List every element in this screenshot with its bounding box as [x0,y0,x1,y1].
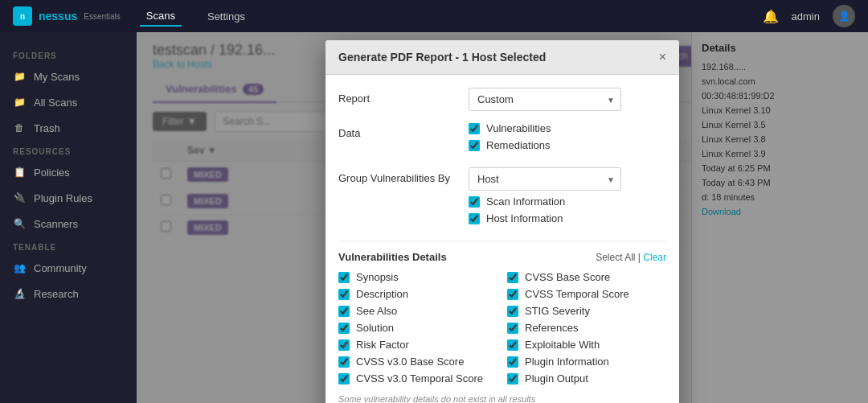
clear-link[interactable]: Clear [643,252,666,263]
group-label: Group Vulnerabilities By [338,167,459,184]
cvss-base-label: CVSS v3.0 Base Score [356,356,464,368]
content-area: testscan / 192.16... Back to Hosts Launc… [137,32,868,403]
references-label: References [525,322,578,334]
description-checkbox-row: Description [338,288,497,300]
sidebar: FOLDERS 📁 My Scans 📁 All Scans 🗑 Trash R… [0,32,137,403]
risk-factor-checkbox-row: Risk Factor [338,339,497,351]
data-vuln-checkbox-row: Vulnerabilities [469,122,666,134]
group-select[interactable]: Host Plugin Severity [469,167,621,191]
cvss-base-checkbox[interactable] [338,356,350,368]
nav-scans[interactable]: Scans [140,6,182,27]
group-row: Group Vulnerabilities By Host Plugin Sev… [338,167,666,191]
vuln-details-section: Vulnerabilities Details Select All | Cle… [338,241,666,403]
exploitable-with-label: Exploitable With [525,339,600,351]
risk-factor-checkbox[interactable] [338,339,350,351]
cvss-temporal-score-checkbox-row: CVSS Temporal Score [507,288,666,300]
sidebar-item-label: Research [34,288,79,300]
host-info-checkbox[interactable] [469,213,480,224]
clipboard-icon: 📋 [13,166,26,179]
modal-close-button[interactable]: × [659,50,666,64]
see-also-checkbox[interactable] [338,306,350,317]
references-checkbox-row: References [507,322,666,334]
references-checkbox[interactable] [507,323,518,334]
scan-info-checkbox-row: Scan Information [469,195,666,208]
vuln-details-header: Vulnerabilities Details Select All | Cle… [338,251,666,263]
sidebar-item-all-scans[interactable]: 📁 All Scans [0,89,137,115]
cvss-temporal-checkbox[interactable] [338,373,350,384]
sidebar-item-plugin-rules[interactable]: 🔌 Plugin Rules [0,185,137,211]
bell-icon[interactable]: 🔔 [763,9,779,24]
logo-sub: Essentials [84,12,121,21]
vuln-details-title: Vulnerabilities Details [338,251,447,263]
plugin-info-label: Plugin Information [525,356,609,368]
sidebar-item-community[interactable]: 👥 Community [0,255,137,281]
group-select-wrapper: Host Plugin Severity ▼ [469,167,666,191]
sidebar-item-policies[interactable]: 📋 Policies [0,159,137,185]
report-label: Report [338,88,459,105]
sidebar-item-label: Policies [34,167,70,179]
plugin-info-checkbox[interactable] [507,356,518,368]
sidebar-item-my-scans[interactable]: 📁 My Scans [0,64,137,89]
cvss-temporal-score-checkbox[interactable] [507,289,518,300]
modal-generate-pdf: Generate PDF Report - 1 Host Selected × … [326,40,679,403]
cvss-base-checkbox-row: CVSS v3.0 Base Score [338,356,497,368]
vuln-details-grid: Synopsis Description See Also [338,271,666,389]
report-dropdown[interactable]: Custom Executive Summary Detailed ▼ [469,88,621,111]
group-dropdown[interactable]: Host Plugin Severity ▼ [469,167,621,191]
see-also-checkbox-row: See Also [338,305,497,317]
folder-icon: 📁 [13,70,26,83]
report-select-wrapper: Custom Executive Summary Detailed ▼ [469,88,666,111]
synopsis-checkbox-row: Synopsis [338,271,497,283]
stig-severity-checkbox[interactable] [507,306,518,317]
modal-overlay: Generate PDF Report - 1 Host Selected × … [137,32,868,403]
app-logo: n nessus Essentials [13,6,121,26]
plugin-output-checkbox-row: Plugin Output [507,372,666,384]
resources-label: RESOURCES [0,141,137,159]
nav-settings[interactable]: Settings [201,7,252,26]
synopsis-checkbox[interactable] [338,272,350,283]
logo-icon: n [13,6,32,26]
logo-text: nessus [39,10,77,23]
stig-severity-label: STIG Severity [525,305,590,317]
description-label: Description [356,288,408,300]
data-row: Data Vulnerabilities Remediations [338,122,666,156]
note-text: Some vulnerability details do not exist … [338,394,666,403]
group-sub-row: Scan Information Host Information [338,195,666,229]
cvss-temporal-label: CVSS v3.0 Temporal Score [356,372,483,384]
group-sub-checkboxes: Scan Information Host Information [469,195,666,229]
stig-severity-checkbox-row: STIG Severity [507,305,666,317]
sidebar-item-trash[interactable]: 🗑 Trash [0,115,137,141]
main-layout: FOLDERS 📁 My Scans 📁 All Scans 🗑 Trash R… [0,32,868,403]
scan-info-label: Scan Information [486,195,565,208]
folders-label: FOLDERS [0,45,137,64]
solution-label: Solution [356,322,394,334]
scan-info-checkbox[interactable] [469,196,480,208]
report-row: Report Custom Executive Summary Detailed… [338,88,666,111]
sidebar-item-label: Community [34,262,87,274]
risk-factor-label: Risk Factor [356,339,409,351]
plugin-output-label: Plugin Output [525,372,588,384]
description-checkbox[interactable] [338,289,350,300]
data-vuln-checkbox[interactable] [469,123,480,134]
sidebar-item-label: Scanners [34,218,78,230]
data-remediations-checkbox[interactable] [469,140,480,151]
solution-checkbox-row: Solution [338,322,497,334]
data-remediations-label: Remediations [486,139,551,151]
host-info-checkbox-row: Host Information [469,212,666,224]
plugin-output-checkbox[interactable] [507,373,518,384]
sidebar-item-scanners[interactable]: 🔍 Scanners [0,211,137,236]
solution-checkbox[interactable] [338,323,350,334]
data-checkboxes: Vulnerabilities Remediations [469,122,666,156]
report-select[interactable]: Custom Executive Summary Detailed [469,88,621,111]
data-vuln-label: Vulnerabilities [486,122,551,134]
research-icon: 🔬 [13,287,26,300]
data-label: Data [338,122,459,139]
select-all-link[interactable]: Select All [596,252,635,263]
sidebar-item-research[interactable]: 🔬 Research [0,281,137,306]
cvss-base-score-checkbox[interactable] [507,272,518,283]
vuln-details-right: CVSS Base Score CVSS Temporal Score STIG… [507,271,666,389]
modal-body: Report Custom Executive Summary Detailed… [326,75,679,403]
exploitable-with-checkbox[interactable] [507,339,518,351]
avatar[interactable]: 👤 [833,5,855,27]
community-icon: 👥 [13,261,26,274]
